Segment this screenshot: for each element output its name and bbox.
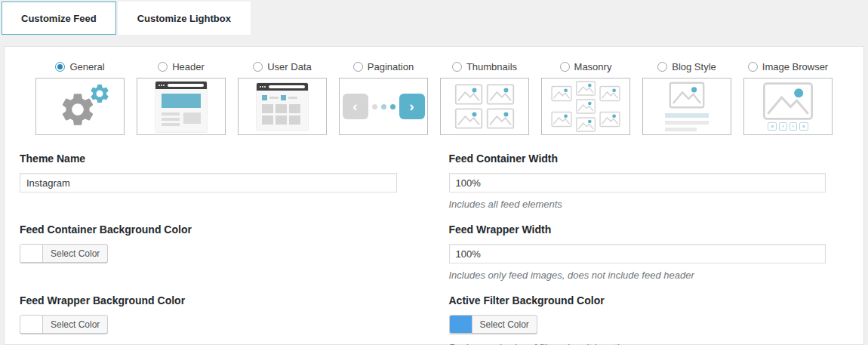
radio-user-data[interactable] [253, 62, 263, 72]
radio-option-image-browser[interactable]: Image Browser [743, 61, 833, 72]
color-swatch [20, 316, 43, 333]
radio-option-pagination[interactable]: Pagination [339, 61, 428, 72]
radio-general[interactable] [55, 62, 65, 72]
theme-name-label: Theme Name [20, 152, 397, 165]
select-color-label: Select Color [43, 245, 107, 262]
field-feed-wrapper-bg-color: Feed Wrapper Background Color Select Col… [20, 294, 397, 345]
field-feed-container-bg-color: Feed Container Background Color Select C… [20, 223, 397, 294]
radio-pagination[interactable] [353, 62, 363, 72]
layout-option-blog-style: Blog Style [642, 61, 731, 135]
first-page-icon: « [768, 122, 777, 131]
radio-option-header[interactable]: Header [137, 61, 226, 72]
feed-container-bg-color-button[interactable]: Select Color [20, 244, 108, 263]
image-browser-icon: « ‹ › » [761, 82, 815, 131]
tab-customize-lightbox[interactable]: Customize Lightbox [118, 2, 251, 35]
browser-titlebar [257, 83, 308, 91]
last-page-icon: » [799, 122, 808, 131]
browser-titlebar [155, 82, 207, 89]
radio-image-browser[interactable] [748, 62, 758, 72]
color-swatch [450, 316, 472, 333]
feed-wrapper-width-label: Feed Wrapper Width [449, 223, 826, 236]
option-label: General [69, 61, 104, 72]
gears-icon [48, 82, 112, 131]
feed-container-width-label: Feed Container Width [449, 152, 826, 165]
pagination-option-box[interactable]: ‹ › [339, 78, 428, 135]
layout-option-pagination: Pagination ‹ › [339, 61, 428, 135]
pagination-arrows-icon: ‹ › [343, 94, 425, 119]
feed-container-bg-label: Feed Container Background Color [20, 223, 397, 236]
prev-arrow-icon: ‹ [343, 94, 368, 119]
theme-name-input[interactable] [20, 173, 397, 193]
option-label: Pagination [368, 61, 414, 72]
tab-bar: Customize Feed Customize Lightbox [0, 0, 868, 35]
select-color-label: Select Color [472, 316, 537, 333]
thumbnails-grid-icon [454, 84, 515, 129]
field-feed-container-width: Feed Container Width Includes all feed e… [449, 152, 826, 223]
masonry-grid-icon [551, 81, 620, 132]
feed-wrapper-width-input[interactable] [449, 244, 826, 263]
field-active-filter-bg-color: Active Filter Background Color Select Co… [449, 294, 826, 345]
field-theme-name: Theme Name [20, 152, 397, 223]
option-label: Image Browser [762, 61, 828, 72]
feed-wrapper-bg-label: Feed Wrapper Background Color [20, 294, 397, 306]
image-browser-option-box[interactable]: « ‹ › » [743, 78, 833, 135]
radio-option-user-data[interactable]: User Data [238, 61, 327, 72]
browser-header-icon [155, 82, 207, 132]
blog-post-icon [665, 82, 709, 131]
layout-option-header: Header [137, 61, 226, 135]
layout-option-masonry: Masonry [541, 61, 630, 135]
option-label: Thumbnails [466, 61, 517, 72]
radio-option-thumbnails[interactable]: Thumbnails [440, 61, 529, 72]
layout-option-image-browser: Image Browser « ‹ › » [743, 61, 833, 135]
layout-option-thumbnails: Thumbnails [440, 61, 529, 135]
general-option-box[interactable] [35, 78, 125, 135]
masonry-option-box[interactable] [541, 78, 630, 135]
color-swatch [20, 245, 43, 262]
radio-option-masonry[interactable]: Masonry [541, 61, 630, 72]
tab-customize-feed[interactable]: Customize Feed [2, 2, 116, 35]
prev-page-icon: ‹ [779, 122, 786, 131]
radio-thumbnails[interactable] [452, 62, 462, 72]
next-page-icon: › [790, 122, 797, 131]
feed-container-width-help: Includes all feed elements [449, 199, 826, 210]
blog-style-option-box[interactable] [642, 78, 731, 135]
gear-small-icon [88, 82, 111, 105]
image-browser-nav: « ‹ › » [768, 122, 808, 131]
active-filter-bg-label: Active Filter Background Color [449, 294, 826, 306]
radio-masonry[interactable] [560, 62, 570, 72]
option-label: User Data [267, 61, 312, 72]
radio-blog-style[interactable] [657, 62, 667, 72]
option-label: Masonry [574, 61, 612, 72]
settings-form: Theme Name Feed Container Width Includes… [20, 152, 826, 345]
option-label: Header [172, 61, 205, 72]
radio-option-general[interactable]: General [35, 61, 125, 72]
active-filter-bg-help: Background color of filter when it is ac… [449, 342, 826, 345]
thumbnails-option-box[interactable] [440, 78, 529, 135]
layout-option-user-data: User Data [238, 61, 327, 135]
radio-header[interactable] [158, 62, 168, 72]
feed-wrapper-width-help: Includes only feed images, does not incl… [449, 270, 826, 281]
layout-options-row: General Header [5, 61, 863, 135]
field-feed-wrapper-width: Feed Wrapper Width Includes only feed im… [449, 223, 826, 294]
feed-container-width-input[interactable] [449, 173, 826, 193]
active-filter-bg-color-button[interactable]: Select Color [449, 315, 537, 334]
feed-wrapper-bg-color-button[interactable]: Select Color [20, 315, 108, 334]
option-label: Blog Style [672, 61, 716, 72]
header-option-box[interactable] [137, 78, 226, 135]
radio-option-blog-style[interactable]: Blog Style [642, 61, 731, 72]
settings-panel: General Header [4, 46, 864, 345]
browser-grid-icon [257, 83, 308, 130]
select-color-label: Select Color [43, 316, 107, 333]
banner-block [162, 94, 201, 108]
next-arrow-icon: › [399, 94, 425, 119]
user-data-option-box[interactable] [238, 78, 327, 135]
layout-option-general: General [35, 61, 125, 135]
